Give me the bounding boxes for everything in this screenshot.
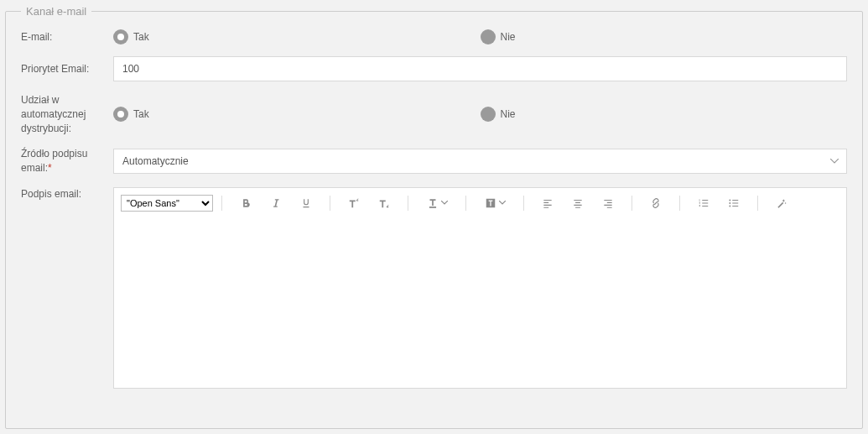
- link-icon: [650, 197, 662, 209]
- underline-icon: [300, 197, 312, 209]
- email-radio-no-label: Nie: [501, 31, 516, 43]
- superscript-icon: [347, 197, 361, 209]
- distribution-radio-no-label: Nie: [501, 108, 516, 120]
- distribution-radio-group: Tak Nie: [113, 107, 847, 122]
- signature-source-select[interactable]: Automatycznie: [113, 149, 847, 174]
- fieldset-legend: Kanał e-mail: [21, 5, 91, 18]
- svg-point-4: [729, 206, 730, 207]
- toolbar-separator: [408, 196, 408, 211]
- toolbar-separator: [221, 196, 222, 211]
- svg-point-3: [729, 202, 730, 204]
- signature-source-label-text: Źródło podpisu email:: [21, 148, 87, 174]
- unordered-list-icon: [728, 197, 740, 209]
- italic-icon: [270, 197, 282, 209]
- signature-label: Podpis email:: [21, 187, 113, 201]
- priority-label: Priorytet Email:: [21, 62, 113, 76]
- toolbar-separator: [632, 196, 632, 211]
- superscript-button[interactable]: [342, 193, 366, 213]
- email-label: E-mail:: [21, 30, 113, 44]
- signature-source-control: Automatycznie: [113, 149, 847, 174]
- toolbar-separator: [330, 196, 330, 211]
- radio-icon: [481, 29, 496, 44]
- toolbar-separator: [757, 196, 758, 211]
- subscript-icon: [377, 197, 391, 209]
- toolbar-separator: [465, 196, 466, 211]
- email-channel-fieldset: Kanał e-mail E-mail: Tak Nie Priorytet E…: [5, 5, 863, 429]
- email-radio-group: Tak Nie: [113, 29, 847, 44]
- required-asterisk: *: [48, 162, 52, 174]
- row-priority: Priorytet Email:: [21, 56, 847, 81]
- row-signature-source: Źródło podpisu email:* Automatycznie: [21, 147, 847, 175]
- distribution-radio-yes[interactable]: Tak: [113, 107, 481, 122]
- svg-point-2: [729, 200, 730, 201]
- text-color-button[interactable]: [420, 193, 454, 213]
- align-left-icon: [542, 197, 554, 209]
- ordered-list-icon: [698, 197, 709, 209]
- row-signature: Podpis email: "Open Sans": [21, 187, 847, 389]
- chevron-down-icon: [499, 201, 506, 205]
- align-right-button[interactable]: [596, 193, 620, 213]
- svg-rect-0: [429, 207, 435, 208]
- link-button[interactable]: [644, 193, 668, 213]
- email-radio-no[interactable]: Nie: [481, 29, 848, 44]
- toolbar-separator: [679, 196, 680, 211]
- bold-button[interactable]: [234, 193, 257, 213]
- ordered-list-button[interactable]: [692, 193, 715, 213]
- signature-content-editable[interactable]: [114, 218, 846, 388]
- priority-control: [113, 56, 847, 81]
- unordered-list-button[interactable]: [722, 193, 746, 213]
- row-distribution: Udział w automatycznej dystrybucji: Tak …: [21, 93, 847, 135]
- text-background-icon: [485, 197, 496, 209]
- chevron-down-icon: [441, 201, 448, 205]
- font-family-select[interactable]: "Open Sans": [121, 195, 213, 212]
- radio-icon: [113, 107, 128, 122]
- signature-editor: "Open Sans": [113, 187, 847, 389]
- email-radio-yes-label: Tak: [133, 31, 149, 43]
- underline-button[interactable]: [294, 193, 318, 213]
- italic-button[interactable]: [264, 193, 288, 213]
- distribution-label: Udział w automatycznej dystrybucji:: [21, 93, 113, 135]
- row-email: E-mail: Tak Nie: [21, 29, 847, 44]
- signature-source-value: Automatycznie: [122, 155, 189, 167]
- align-right-icon: [602, 197, 614, 209]
- bold-icon: [240, 197, 252, 209]
- toolbar-separator: [523, 196, 524, 211]
- subscript-button[interactable]: [372, 193, 396, 213]
- align-left-button[interactable]: [536, 193, 559, 213]
- radio-icon: [481, 107, 496, 122]
- priority-input[interactable]: [113, 56, 847, 81]
- email-radio-yes[interactable]: Tak: [113, 29, 481, 44]
- distribution-radio-no[interactable]: Nie: [481, 107, 848, 122]
- magic-wand-icon: [776, 197, 787, 209]
- editor-toolbar: "Open Sans": [114, 188, 846, 218]
- radio-icon: [113, 29, 128, 44]
- align-center-button[interactable]: [566, 193, 590, 213]
- text-color-icon: [427, 197, 439, 209]
- text-background-button[interactable]: [478, 193, 512, 213]
- distribution-radio-yes-label: Tak: [133, 108, 149, 120]
- magic-wand-button[interactable]: [770, 193, 793, 213]
- align-center-icon: [572, 197, 584, 209]
- signature-source-label: Źródło podpisu email:*: [21, 147, 113, 175]
